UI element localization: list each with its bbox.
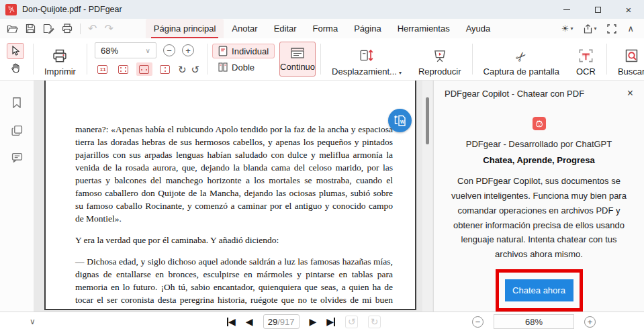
hand-icon — [11, 63, 20, 73]
document-viewport[interactable]: manera?: «Apenas había el rubicundo Apol… — [34, 81, 433, 312]
pages-panel-icon[interactable] — [11, 125, 23, 136]
svg-text:W: W — [400, 119, 405, 124]
rotate-counterclockwise-icon[interactable]: ↺ — [191, 64, 200, 75]
screenshot-label: Captura de pantalla — [484, 66, 559, 77]
undo-icon[interactable]: ↶ — [88, 23, 97, 34]
window-controls: × — [551, 0, 644, 19]
page-number-input[interactable]: 29/917 — [263, 314, 300, 329]
theme-button[interactable]: ☀▾ — [558, 23, 577, 34]
search-tool[interactable]: Buscar — [612, 42, 644, 77]
play-presentation-tool[interactable]: Reproducir — [412, 42, 467, 77]
separator — [606, 44, 607, 75]
current-page: 29 — [268, 317, 277, 327]
single-page-icon — [218, 46, 228, 56]
quick-access-toolbar: ↶ ↷ — [7, 19, 113, 38]
pdfgear-logo-icon — [5, 4, 17, 15]
open-file-icon[interactable] — [7, 23, 18, 34]
print-tool[interactable]: Imprimir — [38, 42, 82, 77]
copilot-description: Con PDFgear Copilot, sus documentos se v… — [445, 174, 633, 262]
page-paragraph: — Dichosa edad, y siglo dichoso aquel ad… — [75, 255, 393, 310]
page-navigation: ◀ ◀ 29/917 ▶ ▶ ↺ ↻ — [227, 314, 381, 329]
previous-page-button[interactable]: ◀ — [246, 317, 253, 326]
separator — [472, 44, 473, 75]
actual-size-button[interactable]: 1:1 — [95, 62, 111, 76]
fit-page-button[interactable] — [116, 62, 132, 76]
document-scrollbar[interactable] — [422, 81, 432, 312]
zoom-in-button[interactable]: + — [182, 44, 194, 56]
ribbon-tabs: Página principal Anotar Editar Forma Pág… — [146, 19, 499, 38]
search-label: Buscar — [618, 66, 644, 77]
save-as-icon[interactable] — [43, 23, 54, 34]
tab-pagina[interactable]: Página — [346, 19, 389, 38]
maximize-button[interactable] — [582, 0, 613, 19]
first-page-button[interactable]: ◀ — [227, 317, 236, 326]
last-page-button[interactable]: ▶ — [326, 317, 335, 326]
zoom-level-dropdown[interactable]: 68% ∨ — [95, 42, 156, 58]
redo-icon[interactable]: ↷ — [104, 23, 113, 34]
view-continuous-button[interactable]: Continuo — [279, 42, 316, 77]
print-label: Imprimir — [44, 66, 76, 77]
search-page-icon — [625, 48, 639, 63]
caret-down-icon: ▾ — [594, 26, 596, 32]
separator — [320, 44, 321, 75]
copilot-panel: PDFgear Copilot - Chatear con PDF × PDFg… — [433, 81, 644, 312]
fit-height-button[interactable] — [157, 62, 173, 76]
zoom-level-value: 68% — [101, 46, 118, 56]
tab-editar[interactable]: Editar — [266, 19, 305, 38]
left-sidebar — [0, 81, 34, 312]
separator — [33, 44, 34, 75]
hand-tool-button[interactable] — [7, 61, 24, 76]
statusbar-zoom-level[interactable]: 68% — [494, 314, 574, 329]
cursor-arrow-icon — [11, 46, 20, 56]
previous-view-button[interactable]: ↺ — [345, 316, 358, 328]
chat-now-button[interactable]: Chatea ahora — [505, 279, 573, 301]
next-view-button[interactable]: ↻ — [368, 316, 381, 328]
separator — [207, 44, 208, 75]
close-button[interactable]: × — [613, 0, 644, 19]
annotation-highlight-box: Chatea ahora — [496, 269, 583, 312]
tab-ayuda[interactable]: Ayuda — [458, 19, 499, 38]
next-page-button[interactable]: ▶ — [310, 317, 317, 326]
collapse-sidebar-icon[interactable]: ∨ — [30, 317, 36, 326]
convert-to-word-button[interactable]: W — [388, 109, 412, 132]
view-double-button[interactable]: Doble — [212, 60, 275, 75]
view-double-label: Doble — [232, 62, 255, 73]
ocr-label: OCR — [576, 66, 596, 77]
status-bar: ∨ ◀ ◀ 29/917 ▶ ▶ ↺ ↻ − 68% + — [0, 312, 644, 331]
copilot-tagline: Chatea, Aprende, Progresa — [434, 155, 644, 165]
zoom-out-button[interactable]: − — [163, 44, 175, 56]
scissors-icon: ✂ — [513, 48, 530, 65]
view-individual-button[interactable]: Individual — [212, 44, 275, 58]
fit-width-button[interactable] — [136, 62, 152, 76]
tab-pagina-principal[interactable]: Página principal — [146, 19, 224, 38]
bookmarks-panel-icon[interactable] — [11, 97, 22, 109]
view-individual-label: Individual — [232, 46, 269, 56]
minimize-button[interactable] — [551, 0, 582, 19]
fullscreen-button[interactable] — [604, 24, 620, 34]
screenshot-tool[interactable]: ✂ Captura de pantalla — [477, 42, 565, 77]
statusbar-zoom-in-button[interactable]: + — [584, 316, 596, 328]
total-pages: /917 — [277, 317, 294, 327]
scroll-mode-dropdown[interactable]: Desplazamient...▾ — [326, 42, 408, 77]
presentation-icon — [432, 49, 447, 63]
scrollbar-thumb[interactable] — [426, 97, 429, 144]
statusbar-zoom-out-button[interactable]: − — [472, 316, 484, 328]
select-tool-button[interactable] — [7, 43, 24, 59]
separator — [87, 44, 87, 75]
separator — [80, 23, 81, 34]
print-icon[interactable] — [62, 23, 73, 34]
tab-herramientas[interactable]: Herramientas — [389, 19, 458, 38]
ocr-tool[interactable]: OCR — [570, 42, 602, 77]
comments-panel-icon[interactable] — [11, 152, 23, 163]
page-paragraph: Y era la verdad que por él caminaba. Y a… — [75, 234, 393, 246]
actual-size-label: 1:1 — [100, 67, 105, 72]
rotate-clockwise-icon[interactable]: ↻ — [178, 64, 187, 75]
collapse-ribbon-button[interactable]: ∧ — [624, 23, 637, 34]
tab-forma[interactable]: Forma — [305, 19, 347, 38]
share-button[interactable]: ▾ — [580, 24, 600, 34]
save-icon[interactable] — [26, 23, 36, 34]
tab-anotar[interactable]: Anotar — [224, 19, 265, 38]
statusbar-zoom-controls: − 68% + — [472, 314, 596, 329]
zoom-tools-group: 68% ∨ − + 1:1 — [92, 42, 202, 76]
copilot-close-icon[interactable]: × — [627, 88, 633, 99]
